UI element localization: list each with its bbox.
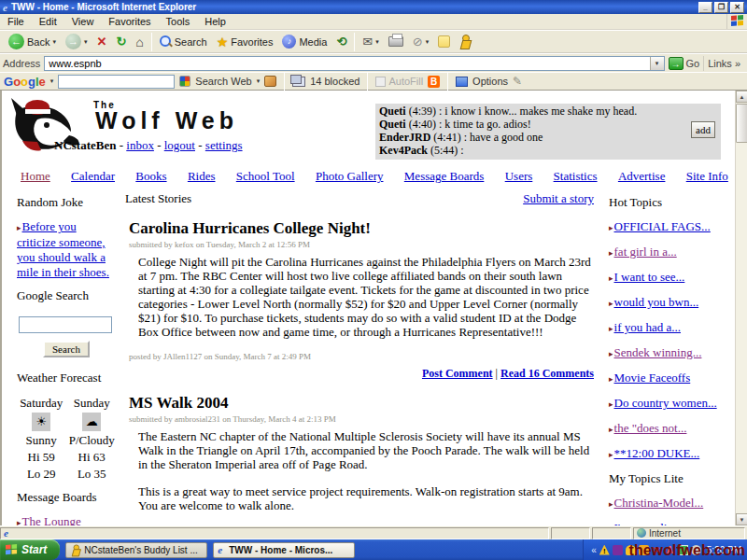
nav-rides[interactable]: Rides xyxy=(188,169,216,184)
submit-story-link[interactable]: Submit a story xyxy=(523,191,594,206)
nav-advertise[interactable]: Advertise xyxy=(618,169,666,184)
logout-link[interactable]: logout xyxy=(164,138,195,152)
sunny-icon: ☀ xyxy=(32,413,50,431)
settings-link[interactable]: settings xyxy=(205,138,243,152)
nav-school-tool[interactable]: School Tool xyxy=(236,169,295,184)
forward-dropdown-icon[interactable]: ▾ xyxy=(84,38,88,46)
chat-add-button[interactable]: add xyxy=(691,121,715,138)
main-column: Latest Stories Submit a story Carolina H… xyxy=(118,191,599,525)
menu-edit[interactable]: Edit xyxy=(32,16,64,27)
weather-day: Saturday xyxy=(17,395,65,412)
search-web-button[interactable]: Search Web xyxy=(195,76,251,87)
aim-icon xyxy=(459,35,471,49)
start-button[interactable]: Start xyxy=(0,539,60,560)
nav-books[interactable]: Books xyxy=(135,169,166,184)
chat-message: EnderJRD (4:41) : have a good one xyxy=(379,131,717,144)
taskbar-item-buddy-list[interactable]: NCstateBen's Buddy List ... xyxy=(65,542,207,558)
address-input[interactable] xyxy=(45,57,649,70)
aim-button[interactable] xyxy=(455,32,475,52)
site-header: The Wolf Web NCstateBen - inbox - logout… xyxy=(2,91,747,165)
ie-icon: e xyxy=(218,544,222,555)
edit-dropdown-icon[interactable]: ▾ xyxy=(426,38,430,46)
favorites-label: Favorites xyxy=(231,36,273,48)
pagerank-icon[interactable] xyxy=(264,76,276,87)
restore-button[interactable]: ❐ xyxy=(714,2,728,13)
scroll-up-icon[interactable]: ▲ xyxy=(736,91,747,103)
bullet-icon: ▸ xyxy=(609,248,613,258)
google-dropdown-icon[interactable]: ▾ xyxy=(50,77,54,85)
bullet-icon: ▸ xyxy=(609,499,613,509)
nav-statistics[interactable]: Statistics xyxy=(554,169,598,184)
inbox-link[interactable]: inbox xyxy=(126,138,154,152)
search-label: Search xyxy=(175,36,207,48)
close-button[interactable]: ✕ xyxy=(730,2,744,13)
back-dropdown-icon[interactable]: ▾ xyxy=(52,38,56,46)
hot-topic-link[interactable]: fat girl in a... xyxy=(614,245,677,259)
minimize-button[interactable]: _ xyxy=(698,2,712,13)
back-button[interactable]: ← Back ▾ xyxy=(4,32,61,52)
search-button[interactable]: Search xyxy=(155,32,212,52)
hot-topic-link[interactable]: **12:00 DUKE... xyxy=(614,446,700,460)
forward-button[interactable]: → ▾ xyxy=(61,32,92,52)
refresh-button[interactable]: ↻ xyxy=(111,32,131,52)
nav-home[interactable]: Home xyxy=(21,169,50,184)
hot-topic-link[interactable]: OFFICIAL FAGS... xyxy=(614,219,711,233)
menu-file[interactable]: File xyxy=(0,16,32,27)
hot-topic-link[interactable]: would you bwn... xyxy=(614,295,699,309)
taskbar-item-ie[interactable]: e TWW - Home - Micros... xyxy=(213,542,355,558)
hot-topic-link[interactable]: the "does not... xyxy=(614,421,687,435)
print-button[interactable] xyxy=(384,32,408,52)
mail-dropdown-icon[interactable]: ▾ xyxy=(375,38,379,46)
nav-site-info[interactable]: Site Info xyxy=(686,169,728,184)
scroll-down-icon[interactable]: ▼ xyxy=(736,513,747,525)
favorites-button[interactable]: ★ Favorites xyxy=(212,32,278,52)
nav-users[interactable]: Users xyxy=(505,169,533,184)
highlighter-icon[interactable]: ✎ xyxy=(513,75,522,88)
blogger-icon[interactable]: B xyxy=(428,76,440,88)
menu-view[interactable]: View xyxy=(64,16,102,27)
mail-button[interactable]: ✉ ▾ xyxy=(358,32,383,52)
random-joke-link[interactable]: Before you criticize someone, you should… xyxy=(17,219,109,279)
tray-overflow-icon[interactable]: « xyxy=(591,545,597,555)
purple-app-tray-icon[interactable] xyxy=(613,545,623,555)
notes-button[interactable] xyxy=(433,32,455,52)
go-button[interactable]: → Go xyxy=(669,57,700,70)
sidebar-search-button[interactable]: Search xyxy=(43,341,90,357)
bullet-icon: ▸ xyxy=(609,450,613,459)
menu-favorites[interactable]: Favorites xyxy=(101,16,158,27)
hot-topic-link[interactable]: Movie Faceoffs xyxy=(614,371,691,385)
nav-calendar[interactable]: Calendar xyxy=(71,169,115,184)
google-logo[interactable]: Google xyxy=(4,75,46,89)
my-topic-link[interactable]: Christina-Model... xyxy=(614,496,704,510)
nav-message-boards[interactable]: Message Boards xyxy=(404,169,485,184)
random-joke-heading: Random Joke xyxy=(17,195,118,210)
page-content: The Wolf Web NCstateBen - inbox - logout… xyxy=(0,91,747,525)
edit-button[interactable]: ⊘ ▾ xyxy=(408,32,433,52)
google-search-input[interactable] xyxy=(58,75,175,89)
warning-tray-icon[interactable]: ! xyxy=(599,545,610,555)
links-menu[interactable]: Links » xyxy=(703,56,744,71)
media-button[interactable]: ♪ Media xyxy=(277,32,331,52)
menu-help[interactable]: Help xyxy=(197,16,233,27)
history-button[interactable]: ⟲ xyxy=(331,32,351,52)
page-scrollbar[interactable]: ▲ ▼ xyxy=(735,91,747,525)
hot-topic-link[interactable]: Sendek winning... xyxy=(614,345,702,359)
hot-topic-link[interactable]: Do country women... xyxy=(614,396,717,410)
address-dropdown-icon[interactable]: ▾ xyxy=(650,57,664,70)
read-comments-link[interactable]: Read 16 Comments xyxy=(500,367,594,380)
scrollbar-thumb[interactable] xyxy=(736,104,747,143)
nav-photo-gallery[interactable]: Photo Gallery xyxy=(316,169,384,184)
post-comment-link[interactable]: Post Comment xyxy=(422,367,493,380)
board-link-lounge[interactable]: The Lounge xyxy=(22,514,81,525)
home-button[interactable]: ⌂ xyxy=(131,32,148,52)
hot-topic-link[interactable]: if you had a... xyxy=(614,320,681,334)
menu-tools[interactable]: Tools xyxy=(159,16,198,27)
hot-topic-link[interactable]: I want to see... xyxy=(614,270,685,284)
sidebar-search-input[interactable] xyxy=(19,316,112,333)
bullet-icon: ▸ xyxy=(609,349,613,358)
stop-button[interactable]: ✕ xyxy=(92,32,112,52)
options-button[interactable]: Options xyxy=(472,76,508,87)
popup-blocked-count[interactable]: 14 blocked xyxy=(310,76,359,87)
forward-icon: → xyxy=(65,34,81,49)
search-web-dropdown-icon[interactable]: ▾ xyxy=(257,77,261,85)
